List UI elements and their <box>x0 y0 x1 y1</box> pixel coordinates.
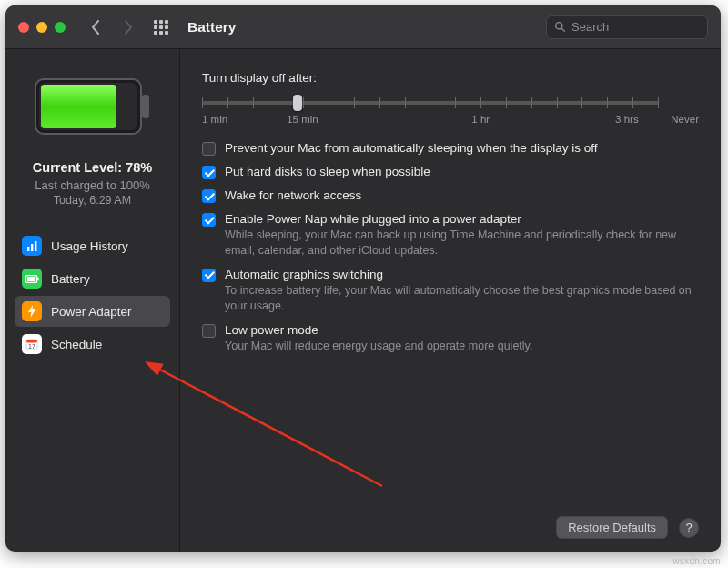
search-field[interactable]: Search <box>546 15 708 39</box>
battery-small-icon <box>22 269 42 289</box>
opt-auto-graphics: Automatic graphics switching To increase… <box>202 268 699 314</box>
svg-text:17: 17 <box>28 343 35 350</box>
svg-rect-6 <box>27 247 29 251</box>
svg-rect-7 <box>31 244 33 251</box>
forward-button[interactable] <box>116 15 140 39</box>
help-button[interactable]: ? <box>679 518 699 538</box>
opt-prevent-sleep: Prevent your Mac from automatically slee… <box>202 141 699 156</box>
svg-rect-5 <box>142 95 149 118</box>
option-label: Automatic graphics switching <box>225 268 699 281</box>
sidebar-nav: Usage History Battery Power Adapter <box>15 230 170 360</box>
checkbox[interactable] <box>202 269 216 282</box>
grid-icon <box>154 20 168 35</box>
display-off-heading: Turn display off after: <box>202 71 699 85</box>
watermark: wsxdn.com <box>672 556 721 566</box>
mark-15min: 15 min <box>287 114 318 125</box>
slider-mark-labels: 1 min 15 min 1 hr 3 hrs Never <box>202 114 699 128</box>
sidebar-item-label: Battery <box>51 272 90 286</box>
mark-never: Never <box>671 114 699 125</box>
opt-power-nap: Enable Power Nap while plugged into a po… <box>202 212 699 259</box>
slider-thumb[interactable] <box>293 95 302 111</box>
option-label: Prevent your Mac from automatically slee… <box>225 141 699 155</box>
checkbox[interactable] <box>202 166 216 179</box>
checkbox[interactable] <box>202 189 216 203</box>
sidebar: Current Level: 78% Last charged to 100% … <box>5 49 180 552</box>
search-icon <box>554 21 566 33</box>
battery-icon <box>35 78 151 138</box>
preferences-window: Battery Search <box>5 5 721 552</box>
sidebar-item-label: Usage History <box>51 239 128 253</box>
zoom-window-button[interactable] <box>55 22 66 33</box>
footer: Restore Defaults ? <box>202 507 699 539</box>
svg-line-1 <box>561 28 564 31</box>
checkbox[interactable] <box>202 142 216 156</box>
opt-wake-network: Wake for network access <box>202 188 699 203</box>
minimize-window-button[interactable] <box>36 22 47 33</box>
close-window-button[interactable] <box>18 22 29 33</box>
options-list: Prevent your Mac from automatically slee… <box>202 141 699 353</box>
page-title: Battery <box>187 19 236 36</box>
bolt-icon <box>22 301 42 321</box>
titlebar: Battery Search <box>5 5 721 49</box>
sidebar-item-label: Power Adapter <box>51 305 132 319</box>
option-label: Put hard disks to sleep when possible <box>225 165 699 178</box>
show-all-button[interactable] <box>149 15 173 39</box>
main-panel: Turn display off after: 1 min 15 min 1 h… <box>180 49 721 552</box>
svg-rect-4 <box>41 85 116 128</box>
checkbox[interactable] <box>202 213 216 227</box>
back-button[interactable] <box>84 15 107 39</box>
svg-rect-10 <box>27 277 35 281</box>
sidebar-item-power-adapter[interactable]: Power Adapter <box>15 296 170 327</box>
current-level-label: Current Level: 78% <box>33 160 152 175</box>
last-charged-time: Today, 6:29 AM <box>33 194 152 207</box>
last-charged-label: Last charged to 100% <box>33 178 152 192</box>
option-desc: To increase battery life, your Mac will … <box>225 283 699 314</box>
option-label: Enable Power Nap while plugged into a po… <box>225 212 699 226</box>
svg-rect-11 <box>37 277 39 280</box>
display-off-slider[interactable] <box>202 92 699 112</box>
sidebar-item-label: Schedule <box>51 338 102 351</box>
opt-low-power: Low power mode Your Mac will reduce ener… <box>202 323 699 354</box>
option-label: Low power mode <box>225 323 699 337</box>
mark-1min: 1 min <box>202 114 228 125</box>
option-desc: Your Mac will reduce energy usage and op… <box>225 339 699 354</box>
sidebar-item-usage-history[interactable]: Usage History <box>15 230 170 261</box>
checkbox[interactable] <box>202 324 216 338</box>
chart-icon <box>22 236 42 256</box>
search-placeholder: Search <box>571 20 609 34</box>
calendar-icon: 17 <box>22 334 42 354</box>
slider-ticks <box>202 97 659 108</box>
mark-1hr: 1 hr <box>471 114 490 125</box>
sidebar-item-schedule[interactable]: 17 Schedule <box>15 329 170 360</box>
restore-defaults-button[interactable]: Restore Defaults <box>556 516 668 539</box>
svg-rect-8 <box>35 241 36 251</box>
sidebar-item-battery[interactable]: Battery <box>15 263 170 294</box>
option-label: Wake for network access <box>225 188 699 202</box>
opt-hdd-sleep: Put hard disks to sleep when possible <box>202 165 699 179</box>
window-controls <box>18 22 66 33</box>
option-desc: While sleeping, your Mac can back up usi… <box>225 228 699 259</box>
content-body: Current Level: 78% Last charged to 100% … <box>5 49 721 552</box>
battery-status: Current Level: 78% Last charged to 100% … <box>33 160 152 207</box>
mark-3hrs: 3 hrs <box>615 114 639 125</box>
